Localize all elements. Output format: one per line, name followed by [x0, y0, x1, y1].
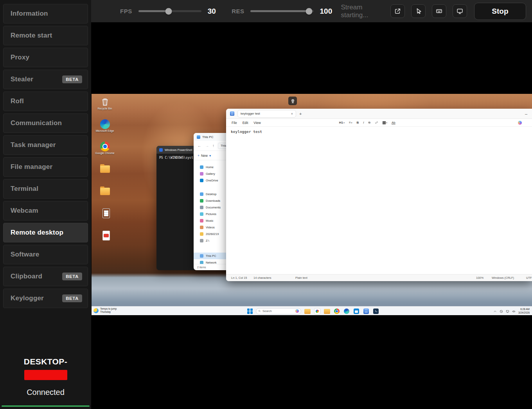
res-slider-thumb[interactable]	[306, 8, 313, 14]
sidebar-item-remote-desktop[interactable]: Remote desktop	[3, 223, 88, 242]
display-icon[interactable]	[506, 308, 509, 315]
notepad-tab-title: keylogger test	[241, 112, 289, 115]
strikethrough-button[interactable]: S	[368, 121, 370, 124]
sidebar-item-keylogger[interactable]: KeyloggerBETA	[3, 289, 88, 308]
videos-icon	[200, 226, 203, 229]
notepad-window[interactable]: keylogger test × + – File Edit View H1▾ …	[226, 109, 532, 281]
taskbar-app-chrome[interactable]	[334, 308, 340, 314]
menu-edit[interactable]: Edit	[243, 121, 248, 125]
new-tab-icon[interactable]: +	[299, 111, 302, 116]
remote-desktop-stream[interactable]: Recycle Bin Microsoft Edge Google Chrome	[92, 94, 532, 315]
desktop-icon-chrome[interactable]: Google Chrome	[94, 142, 116, 157]
sidebar-item-task-manager[interactable]: Task manager	[3, 135, 88, 155]
start-button[interactable]	[247, 309, 253, 314]
character-count: 14 characters	[253, 276, 271, 280]
monitor-button[interactable]	[453, 4, 467, 18]
sidebar-item-stealer[interactable]: StealerBETA	[3, 70, 88, 89]
keyboard-button[interactable]	[432, 4, 446, 18]
res-label: RES	[232, 8, 244, 14]
link-icon[interactable]	[375, 121, 378, 124]
new-button[interactable]: New	[201, 154, 208, 158]
list-style-button[interactable]: ≡▾	[349, 121, 352, 124]
back-icon[interactable]: ←	[198, 144, 201, 148]
bold-button[interactable]: B	[357, 121, 359, 124]
open-external-button[interactable]	[390, 4, 405, 18]
fps-slider[interactable]	[138, 10, 201, 12]
windows-taskbar: Temps to jump Thursday Search	[92, 306, 532, 315]
copilot-icon[interactable]	[518, 121, 522, 125]
italic-button[interactable]: I	[363, 121, 364, 124]
pictures-icon	[200, 212, 203, 216]
taskbar-app-photos[interactable]	[314, 308, 320, 314]
taskbar-app-store[interactable]	[353, 308, 359, 314]
drive-icon	[200, 239, 203, 242]
up-icon[interactable]: ↑	[212, 144, 214, 148]
taskbar-app-folder[interactable]	[324, 308, 330, 314]
notepad-tab[interactable]: keylogger test ×	[237, 110, 296, 118]
sidebar-item-remote-start[interactable]: Remote start	[3, 26, 88, 45]
webcam-icon	[290, 99, 295, 104]
cursor-button[interactable]	[411, 4, 426, 18]
menu-view[interactable]: View	[253, 121, 261, 125]
sidebar-item-clipboard[interactable]: ClipboardBETA	[3, 267, 88, 286]
folder-icon	[324, 309, 330, 314]
sidebar-item-terminal[interactable]: Terminal	[3, 179, 88, 199]
desktop-icon-label: Microsoft Edge	[94, 129, 116, 133]
desktop-icon-text-file[interactable]	[94, 208, 116, 224]
taskbar-search[interactable]: Search	[256, 308, 301, 314]
edge-icon	[344, 309, 349, 314]
close-tab-icon[interactable]: ×	[291, 112, 293, 116]
sidebar-item-communication[interactable]: Communication	[3, 113, 88, 133]
menu-file[interactable]: File	[232, 121, 237, 125]
sidebar-item-software[interactable]: Software	[3, 245, 88, 264]
taskbar-clock[interactable]: 6:28 AM 3/24/2026	[518, 308, 530, 314]
sidebar-menu: Information Remote start Proxy StealerBE…	[0, 0, 91, 308]
res-slider[interactable]	[250, 10, 313, 12]
minimize-icon[interactable]: –	[525, 111, 528, 116]
volume-mute-icon[interactable]	[512, 308, 516, 315]
sidebar-item-information[interactable]: Information	[3, 4, 88, 23]
beta-badge: BETA	[62, 273, 82, 280]
folder-icon	[100, 165, 110, 173]
widget-day: Thursday	[100, 310, 117, 314]
sidebar-item-label: Remote desktop	[11, 229, 63, 237]
spellcheck-button[interactable]: Ab	[392, 121, 395, 124]
taskbar-app-edge[interactable]	[343, 308, 350, 314]
taskbar-apps	[304, 308, 379, 314]
new-plus-icon: +	[198, 154, 200, 158]
heading-style-button[interactable]: H1▾	[339, 121, 345, 124]
documents-icon	[200, 206, 203, 209]
desktop-icon-folder-1[interactable]	[94, 164, 116, 179]
encoding: UTF-8	[526, 276, 532, 280]
notepad-editor[interactable]: keylogger test	[226, 127, 532, 274]
table-button[interactable]: ▾	[383, 121, 387, 124]
stop-button[interactable]: Stop	[474, 3, 526, 20]
blocked-status-icon[interactable]	[500, 308, 503, 315]
desktop-icon-pdf[interactable]	[94, 231, 116, 246]
search-copilot-icon	[295, 309, 299, 313]
notepad-titlebar[interactable]: keylogger test × + –	[226, 109, 532, 119]
notepad-status-bar: Ln 1, Col 15 14 characters Plain text 10…	[226, 274, 532, 281]
weather-widget[interactable]: Temps to jump Thursday	[93, 307, 117, 314]
desktop-icon-recycle-bin[interactable]: Recycle Bin	[94, 97, 116, 113]
open-external-icon	[394, 8, 401, 14]
desktop-icon-edge[interactable]: Microsoft Edge	[94, 119, 116, 135]
taskbar-app-powershell[interactable]	[373, 308, 379, 314]
fps-slider-thumb[interactable]	[165, 8, 172, 14]
taskbar-app-notepad[interactable]	[363, 308, 369, 314]
taskbar-app-file-explorer[interactable]	[304, 308, 311, 314]
beta-badge: BETA	[62, 75, 82, 83]
powershell-icon	[373, 309, 379, 314]
chevron-down-icon[interactable]: ▾	[209, 154, 211, 158]
explorer-item-label: OneDrive	[206, 179, 218, 182]
forward-icon[interactable]: →	[205, 144, 209, 148]
desktop-icon-folder-2[interactable]	[94, 186, 116, 202]
sidebar-item-file-manager[interactable]: File manager	[3, 157, 88, 177]
sidebar-item-proxy[interactable]: Proxy	[3, 48, 88, 67]
sidebar-item-webcam[interactable]: Webcam	[3, 201, 88, 221]
explorer-item-label: 20260219	[206, 232, 219, 236]
downloads-icon	[200, 199, 203, 203]
tray-chevron-up-icon[interactable]	[493, 308, 497, 315]
sidebar-item-label: Software	[11, 251, 39, 258]
sidebar-item-rofl[interactable]: Rofl	[3, 91, 88, 111]
